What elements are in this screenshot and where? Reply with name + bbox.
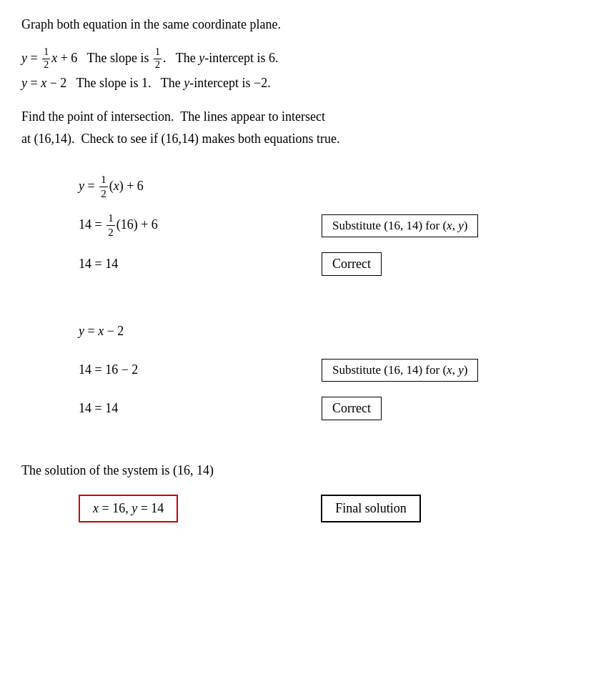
correct-box-2: Correct <box>322 397 382 420</box>
final-row: x = 16, y = 14 Final solution <box>21 495 595 522</box>
substitute-box-1: Substitute (16, 14) for (x, y) <box>322 214 478 237</box>
intro-paragraph: Graph both equation in the same coordina… <box>21 14 595 35</box>
expr-1-3: 14 = 14 <box>79 257 279 272</box>
work-block-2-row2: 14 = 16 − 2 Substitute (16, 14) for (x, … <box>79 355 595 386</box>
work-block-1-row2: 14 = 12(16) + 6 Substitute (16, 14) for … <box>79 210 595 242</box>
expr-2-1: y = x − 2 <box>79 324 279 339</box>
work-block-1-row1: y = 12(x) + 6 <box>79 172 595 203</box>
work-block-1-row3: 14 = 14 Correct <box>79 249 595 280</box>
equation-1-line: y = 12x + 6 The slope is 12. The y-inter… <box>21 46 595 71</box>
equations-block: y = 12x + 6 The slope is 12. The y-inter… <box>21 46 595 95</box>
intro-line1: Graph both equation in the same coordina… <box>21 17 281 31</box>
final-label-box: Final solution <box>321 495 421 522</box>
work-block-2-row3: 14 = 14 Correct <box>79 393 595 425</box>
work-block-2-row1: y = x − 2 <box>79 316 595 347</box>
substitute-box-2: Substitute (16, 14) for (x, y) <box>322 359 478 382</box>
expr-1-1: y = 12(x) + 6 <box>79 173 279 202</box>
expr-2-3: 14 = 14 <box>79 401 279 416</box>
equation-2-line: y = x − 2 The slope is 1. The y-intercep… <box>21 71 595 94</box>
intersection-text: Find the point of intersection. The line… <box>21 106 595 149</box>
expr-2-2: 14 = 16 − 2 <box>79 362 279 377</box>
correct-box-1: Correct <box>322 252 382 276</box>
final-value-box: x = 16, y = 14 <box>79 495 178 522</box>
expr-1-2: 14 = 12(16) + 6 <box>79 212 279 240</box>
work-block-2: y = x − 2 14 = 16 − 2 Substitute (16, 14… <box>21 316 595 432</box>
solution-text: The solution of the system is (16, 14) <box>21 460 595 481</box>
work-block-1: y = 12(x) + 6 14 = 12(16) + 6 Substitute… <box>21 172 595 287</box>
